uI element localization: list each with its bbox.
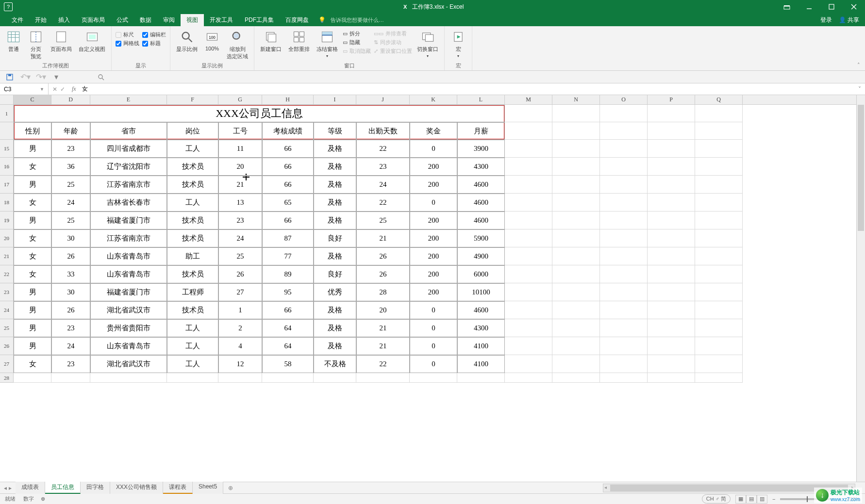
col-header-E[interactable]: E — [90, 95, 167, 104]
undo-icon[interactable]: ↶▾ — [20, 72, 30, 82]
table-cell[interactable]: 四川省成都市 — [90, 140, 167, 158]
table-cell[interactable]: 贵州省贵阳市 — [90, 319, 167, 337]
row-header[interactable]: 21 — [0, 247, 14, 265]
table-cell[interactable]: 4600 — [457, 176, 505, 194]
table-header[interactable]: 岗位 — [167, 122, 218, 140]
table-cell[interactable]: 男 — [14, 337, 51, 355]
cell[interactable] — [600, 158, 648, 176]
cell[interactable] — [51, 373, 90, 383]
cell[interactable] — [648, 265, 695, 283]
cell[interactable] — [648, 122, 695, 140]
close-icon[interactable] — [843, 0, 865, 14]
cell[interactable] — [695, 211, 743, 229]
table-cell[interactable]: 及格 — [314, 211, 356, 229]
table-cell[interactable]: 技术员 — [167, 229, 218, 247]
cell[interactable] — [410, 373, 457, 383]
table-cell[interactable]: 及格 — [314, 319, 356, 337]
table-cell[interactable]: 87 — [262, 229, 314, 247]
cell[interactable] — [505, 194, 552, 211]
tab-pagelayout[interactable]: 页面布局 — [76, 14, 111, 26]
table-cell[interactable]: 23 — [51, 355, 90, 373]
table-cell[interactable]: 23 — [51, 319, 90, 337]
headings-checkbox[interactable]: 标题 — [142, 40, 166, 47]
table-cell[interactable]: 工人 — [167, 194, 218, 211]
sheet-tab[interactable]: 田字格 — [81, 482, 110, 494]
table-cell[interactable]: 21 — [356, 319, 410, 337]
new-sheet-button[interactable]: ⊕ — [223, 485, 238, 491]
sheet-tab[interactable]: 成绩表 — [16, 482, 45, 494]
cell[interactable] — [552, 229, 600, 247]
collapse-ribbon-icon[interactable]: ˄ — [852, 60, 865, 70]
table-cell[interactable]: 20 — [356, 301, 410, 319]
table-cell[interactable]: 助工 — [167, 247, 218, 265]
table-cell[interactable]: 66 — [262, 176, 314, 194]
ribbon-options-icon[interactable] — [776, 0, 798, 14]
sync-scroll-button[interactable]: ⇅ 同步滚动 — [374, 39, 412, 46]
sheet-tab[interactable]: 员工信息 — [45, 482, 81, 494]
cell[interactable] — [600, 373, 648, 383]
ruler-checkbox[interactable]: 标尺 — [116, 31, 139, 38]
zoom-out-icon[interactable]: − — [772, 496, 775, 502]
table-cell[interactable]: 不及格 — [314, 355, 356, 373]
cell[interactable] — [648, 140, 695, 158]
row-header[interactable]: 20 — [0, 229, 14, 247]
cell[interactable] — [262, 373, 314, 383]
table-header[interactable]: 年龄 — [51, 122, 90, 140]
login-button[interactable]: 登录 — [820, 16, 832, 24]
table-cell[interactable]: 江苏省南京市 — [90, 229, 167, 247]
cell[interactable] — [648, 211, 695, 229]
table-cell[interactable]: 男 — [14, 211, 51, 229]
cell[interactable] — [505, 105, 552, 122]
cell[interactable] — [648, 247, 695, 265]
table-cell[interactable]: 吉林省长春市 — [90, 194, 167, 211]
col-header-I[interactable]: I — [314, 95, 356, 104]
table-cell[interactable]: 工人 — [167, 140, 218, 158]
table-title[interactable]: XXX公司员工信息 — [14, 105, 505, 122]
col-header-L[interactable]: L — [457, 95, 505, 104]
tab-pdf[interactable]: PDF工具集 — [239, 14, 280, 26]
table-cell[interactable]: 26 — [51, 301, 90, 319]
freeze-panes-button[interactable]: 冻结窗格▾ — [315, 28, 340, 59]
table-header[interactable]: 性别 — [14, 122, 51, 140]
cell[interactable] — [695, 283, 743, 301]
table-cell[interactable]: 12 — [218, 355, 262, 373]
row-header[interactable]: 24 — [0, 301, 14, 319]
table-cell[interactable]: 女 — [14, 158, 51, 176]
accessibility-icon[interactable]: ⊕ — [41, 496, 45, 502]
cell[interactable] — [552, 301, 600, 319]
table-cell[interactable]: 0 — [410, 337, 457, 355]
cell[interactable] — [505, 283, 552, 301]
col-header-C[interactable]: C — [14, 95, 51, 104]
table-cell[interactable]: 及格 — [314, 194, 356, 211]
table-cell[interactable]: 女 — [14, 355, 51, 373]
new-window-button[interactable]: 新建窗口 — [258, 28, 283, 54]
col-header-D[interactable]: D — [51, 95, 90, 104]
table-cell[interactable]: 女 — [14, 194, 51, 211]
cell[interactable] — [695, 194, 743, 211]
cancel-formula-icon[interactable]: ✕ — [52, 86, 57, 93]
table-cell[interactable]: 66 — [262, 140, 314, 158]
table-cell[interactable]: 22 — [356, 140, 410, 158]
tab-formulas[interactable]: 公式 — [111, 14, 134, 26]
table-cell[interactable]: 26 — [218, 265, 262, 283]
cell[interactable] — [505, 373, 552, 383]
cell[interactable] — [457, 373, 505, 383]
table-cell[interactable]: 200 — [410, 158, 457, 176]
table-header[interactable]: 考核成绩 — [262, 122, 314, 140]
tab-baidu[interactable]: 百度网盘 — [280, 14, 315, 26]
cell[interactable] — [505, 140, 552, 158]
row-header[interactable]: 16 — [0, 158, 14, 176]
cell[interactable] — [167, 373, 218, 383]
table-cell[interactable]: 65 — [262, 194, 314, 211]
table-cell[interactable]: 200 — [410, 229, 457, 247]
row-header[interactable]: 18 — [0, 194, 14, 211]
cell[interactable] — [552, 373, 600, 383]
table-cell[interactable]: 男 — [14, 176, 51, 194]
cell[interactable] — [695, 105, 743, 122]
table-cell[interactable]: 22 — [356, 194, 410, 211]
arrange-all-button[interactable]: 全部重排 — [286, 28, 312, 54]
table-cell[interactable]: 200 — [410, 283, 457, 301]
cell[interactable] — [600, 355, 648, 373]
table-cell[interactable]: 200 — [410, 247, 457, 265]
cell[interactable] — [505, 337, 552, 355]
